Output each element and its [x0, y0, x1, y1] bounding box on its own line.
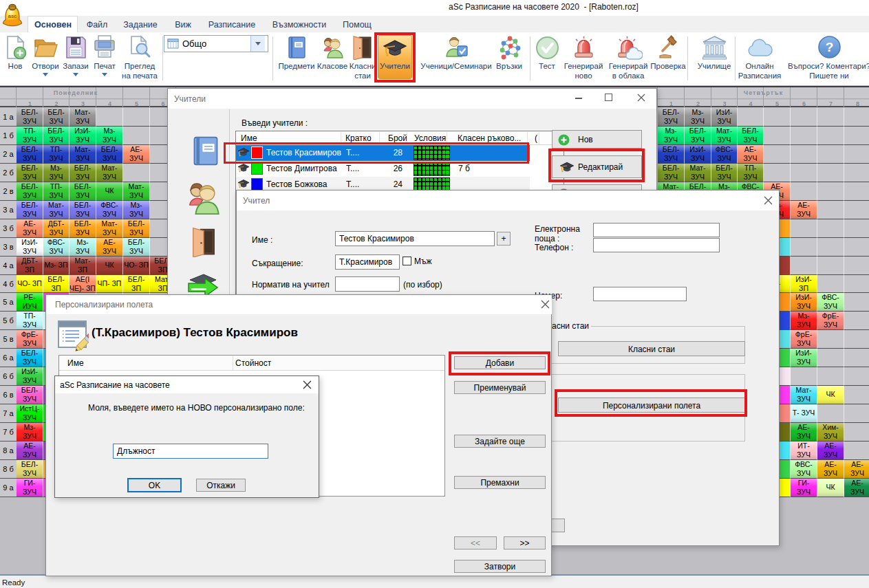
svg-text:?: ?: [826, 40, 834, 54]
svg-text:asc: asc: [8, 13, 17, 19]
